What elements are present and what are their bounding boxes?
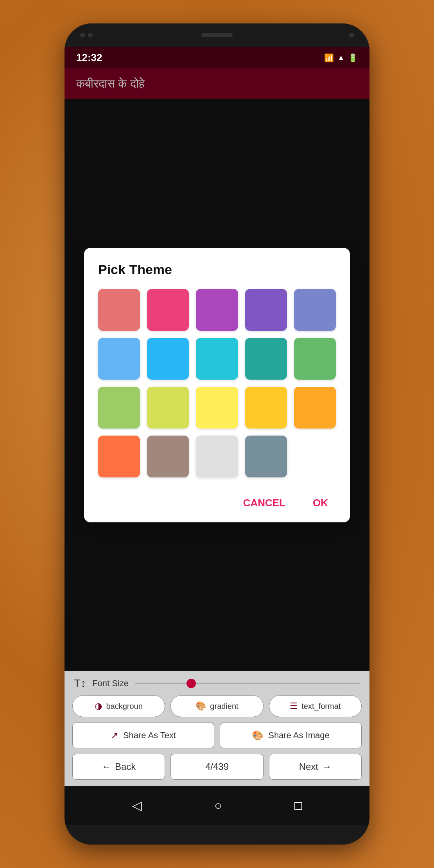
share-text-label: Share As Text <box>123 730 176 741</box>
battery-icon: 🔋 <box>348 53 358 63</box>
share-image-icon: 🎨 <box>252 730 264 741</box>
share-text-icon: ↗ <box>111 730 118 741</box>
nav-row: ← Back 4/439 Next → <box>72 754 362 780</box>
wifi-icon: 📶 <box>324 53 334 63</box>
back-nav-icon[interactable]: ◁ <box>132 798 142 813</box>
phone-bottom-edge <box>65 825 369 845</box>
back-arrow-icon: ← <box>102 761 111 772</box>
background-label: backgroun <box>106 702 142 711</box>
color-swatch-yellow[interactable] <box>196 387 238 429</box>
share-image-button[interactable]: 🎨 Share As Image <box>220 723 362 748</box>
color-swatch-cyan[interactable] <box>196 338 238 380</box>
gradient-button[interactable]: 🎨 gradient <box>170 695 263 717</box>
pick-theme-dialog: Pick Theme <box>84 248 350 523</box>
share-text-button[interactable]: ↗ Share As Text <box>72 723 214 748</box>
text-format-label: text_format <box>301 702 341 711</box>
back-label: Back <box>115 761 136 772</box>
font-size-slider[interactable] <box>135 683 360 684</box>
color-swatch-purple[interactable] <box>196 289 238 331</box>
phone-bottom-bar: ◁ ○ □ <box>65 786 369 825</box>
dialog-title: Pick Theme <box>98 262 336 277</box>
page-counter: 4/439 <box>170 754 263 780</box>
color-swatch-teal[interactable] <box>245 338 287 380</box>
color-swatch-brown[interactable] <box>147 436 189 477</box>
camera-dot-3 <box>349 33 354 38</box>
ok-button[interactable]: OK <box>305 493 336 513</box>
background-icon: ◑ <box>95 701 102 711</box>
app-title: कबीरदास के दोहे <box>76 77 358 91</box>
font-size-icon: T↕ <box>74 677 86 690</box>
color-swatch-light-blue[interactable] <box>98 338 140 380</box>
font-size-label: Font Size <box>92 678 129 689</box>
camera-area-right <box>349 33 354 38</box>
next-arrow-icon: → <box>322 761 332 772</box>
share-image-label: Share As Image <box>268 730 330 741</box>
text-format-icon: ☰ <box>290 701 298 711</box>
text-format-button[interactable]: ☰ text_format <box>269 695 362 717</box>
color-swatch-green[interactable] <box>294 338 336 380</box>
color-swatch-grey[interactable] <box>196 436 238 477</box>
dialog-overlay: Pick Theme <box>65 99 369 671</box>
next-button[interactable]: Next → <box>269 754 362 780</box>
color-swatch-lime[interactable] <box>147 387 189 429</box>
cancel-button[interactable]: CANCEL <box>235 493 293 513</box>
content-area: जिन खोजा तिन पाइया, गहरे पानी पैठ, मैं ब… <box>65 99 369 671</box>
color-swatch-orange[interactable] <box>294 387 336 429</box>
color-swatch-light-green[interactable] <box>98 387 140 429</box>
home-nav-icon[interactable]: ○ <box>214 798 222 813</box>
color-swatch-deep-purple[interactable] <box>245 289 287 331</box>
dialog-actions: CANCEL OK <box>98 489 336 513</box>
camera-dot <box>80 33 85 38</box>
next-label: Next <box>299 761 318 772</box>
color-swatch-blue-grey[interactable] <box>245 436 287 477</box>
status-time: 12:32 <box>76 52 102 64</box>
color-swatch-blue[interactable] <box>147 338 189 380</box>
color-swatch-deep-orange[interactable] <box>98 436 140 477</box>
background-button[interactable]: ◑ backgroun <box>72 695 165 717</box>
color-swatch-salmon[interactable] <box>98 289 140 331</box>
speaker-bar <box>201 33 233 37</box>
status-icons: 📶 ▲ 🔋 <box>324 53 358 63</box>
phone-top-bar <box>65 23 369 47</box>
color-grid <box>98 289 336 478</box>
gradient-icon: 🎨 <box>195 701 206 711</box>
color-swatch-indigo[interactable] <box>294 289 336 331</box>
bottom-controls: T↕ Font Size ◑ backgroun 🎨 gradient ☰ <box>65 671 369 786</box>
tool-buttons-row: ◑ backgroun 🎨 gradient ☰ text_format <box>72 695 362 717</box>
phone-screen: जिन खोजा तिन पाइया, गहरे पानी पैठ, मैं ब… <box>65 99 369 786</box>
font-size-row: T↕ Font Size <box>72 677 362 690</box>
share-row: ↗ Share As Text 🎨 Share As Image <box>72 723 362 748</box>
app-header: कबीरदास के दोहे <box>65 68 369 99</box>
color-swatch-amber[interactable] <box>245 387 287 429</box>
gradient-label: gradient <box>210 702 238 711</box>
recents-nav-icon[interactable]: □ <box>294 798 302 813</box>
back-button[interactable]: ← Back <box>72 754 165 780</box>
color-swatch-pink[interactable] <box>147 289 189 331</box>
phone-frame: 12:32 📶 ▲ 🔋 कबीरदास के दोहे जिन खोजा तिन… <box>65 23 369 845</box>
camera-dot-2 <box>88 33 93 38</box>
slider-thumb <box>187 679 196 688</box>
signal-icon: ▲ <box>337 53 345 62</box>
camera-area <box>80 33 93 38</box>
status-bar: 12:32 📶 ▲ 🔋 <box>65 47 369 68</box>
